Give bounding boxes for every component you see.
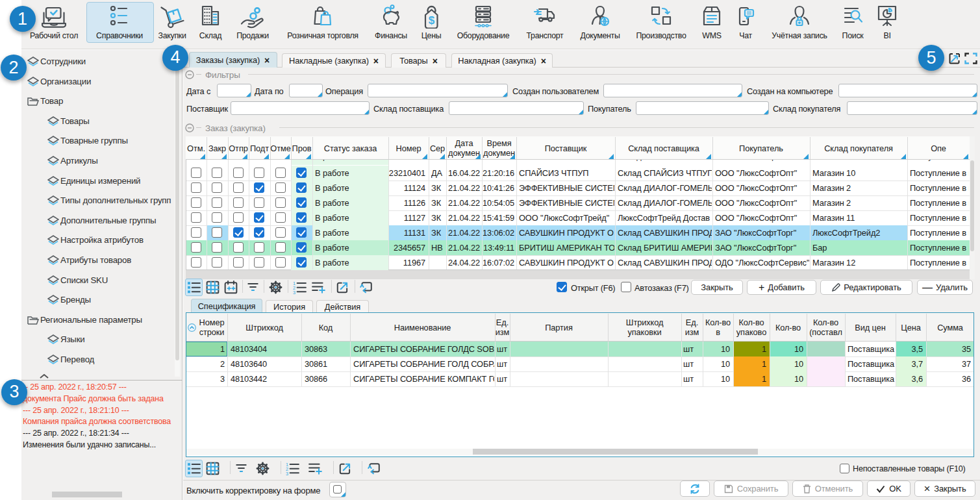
svg-text:3: 3: [286, 471, 288, 475]
svg-text:$: $: [429, 14, 435, 27]
svg-text:3: 3: [293, 290, 295, 294]
